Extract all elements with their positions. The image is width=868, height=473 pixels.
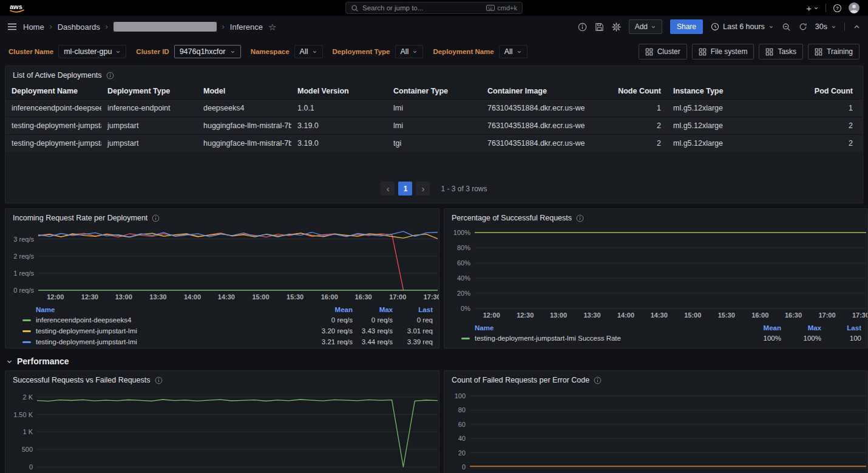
svg-text:3 req/s: 3 req/s bbox=[13, 236, 34, 243]
keyboard-icon bbox=[486, 5, 495, 11]
legend-row[interactable]: testing-deployment-jumpstart-lmi3.20 req… bbox=[12, 325, 433, 336]
time-series-chart[interactable]: 100806040200 bbox=[444, 388, 867, 469]
column-header[interactable]: Deployment Type bbox=[101, 83, 197, 100]
performance-section-toggle[interactable]: Performance bbox=[0, 349, 868, 370]
table-cell: testing-deployment-jumpsta bbox=[5, 117, 101, 135]
search-input[interactable] bbox=[362, 4, 483, 12]
svg-text:40%: 40% bbox=[457, 274, 470, 282]
prev-page-button[interactable]: ‹ bbox=[381, 182, 395, 196]
table-row[interactable]: inferenceendpoint-deepseekinference-endp… bbox=[5, 100, 863, 117]
filter-cluster-name: Cluster Nameml-cluster-gpu bbox=[8, 45, 126, 58]
dashboard-info-button[interactable] bbox=[578, 22, 587, 32]
column-header[interactable]: Node Count bbox=[609, 83, 667, 100]
filter-value-dropdown[interactable]: All bbox=[499, 45, 527, 58]
column-header[interactable]: Model Version bbox=[291, 83, 387, 100]
svg-text:16:00: 16:00 bbox=[751, 311, 768, 319]
chevron-down-icon bbox=[517, 49, 522, 55]
filter-value-dropdown[interactable]: All bbox=[294, 45, 323, 58]
filter-value-dropdown[interactable]: 9476q1hxcfor bbox=[174, 45, 241, 58]
quick-link-cluster[interactable]: Cluster bbox=[639, 44, 687, 60]
column-header[interactable]: Instance Type bbox=[667, 83, 764, 100]
svg-text:12:30: 12:30 bbox=[517, 311, 534, 319]
user-avatar[interactable] bbox=[849, 2, 860, 13]
panel-info-icon[interactable] bbox=[594, 376, 602, 384]
column-header[interactable]: Container Image bbox=[481, 83, 609, 100]
table-cell: lmi bbox=[387, 100, 481, 117]
filter-value-dropdown[interactable]: All bbox=[395, 45, 424, 58]
table-cell: 1.0.1 bbox=[291, 100, 387, 117]
zoom-out-button[interactable] bbox=[782, 22, 791, 32]
filter-label: Cluster Name bbox=[8, 48, 53, 55]
panel-info-icon[interactable] bbox=[155, 376, 163, 384]
filter-value-dropdown[interactable]: ml-cluster-gpu bbox=[58, 45, 126, 58]
breadcrumb-current: Inference bbox=[230, 22, 263, 32]
svg-text:1 K: 1 K bbox=[22, 428, 33, 435]
quick-link-training[interactable]: Training bbox=[808, 44, 860, 60]
column-header[interactable]: Deployment Name bbox=[5, 83, 101, 100]
add-panel-button[interactable]: Add bbox=[629, 19, 662, 34]
dashboard-settings-button[interactable] bbox=[612, 22, 621, 32]
filters-group: Cluster Nameml-cluster-gpuCluster ID9476… bbox=[8, 45, 527, 58]
global-search[interactable]: cmd+k bbox=[345, 2, 523, 14]
column-header[interactable]: Container Type bbox=[387, 83, 481, 100]
table-cell: ml.g5.12xlarge bbox=[667, 100, 764, 117]
table-cell: 2 bbox=[764, 135, 863, 152]
table-cell: 763104351884.dkr.ecr.us-we bbox=[481, 117, 609, 135]
legend-row[interactable]: testing-deployment-jumpstart-lmi3.21 req… bbox=[12, 336, 433, 347]
breadcrumb-dashboards[interactable]: Dashboards bbox=[58, 22, 100, 32]
table-row[interactable]: testing-deployment-jumpstajumpstarthuggi… bbox=[5, 135, 863, 152]
column-header[interactable]: Model bbox=[197, 83, 291, 100]
next-page-button[interactable]: › bbox=[416, 182, 430, 196]
svg-text:100%: 100% bbox=[453, 229, 470, 236]
time-series-chart[interactable]: 2 K1.50 K1 K5000 bbox=[5, 388, 439, 469]
legend-header: NameMeanMaxLast bbox=[12, 304, 433, 315]
svg-text:aws: aws bbox=[10, 3, 22, 10]
series-color-swatch bbox=[22, 341, 31, 343]
aws-logo[interactable]: aws bbox=[8, 2, 28, 14]
column-header[interactable]: Pod Count bbox=[764, 83, 863, 100]
share-button[interactable]: Share bbox=[670, 19, 703, 34]
breadcrumb-home[interactable]: Home bbox=[23, 22, 44, 32]
refresh-icon bbox=[799, 22, 807, 31]
svg-text:14:00: 14:00 bbox=[617, 311, 634, 319]
quick-link-tasks[interactable]: Tasks bbox=[759, 44, 803, 60]
time-series-chart[interactable]: 3 req/s2 req/s1 req/s0 req/s12:0012:3013… bbox=[5, 226, 439, 302]
divider bbox=[826, 4, 826, 12]
svg-text:500: 500 bbox=[22, 446, 33, 453]
svg-text:12:00: 12:00 bbox=[483, 311, 500, 319]
legend-row[interactable]: inferenceendpoint-deepseeks40 req/s0 req… bbox=[12, 315, 433, 325]
panel-info-icon[interactable] bbox=[576, 214, 584, 222]
table-cell: 3.19.0 bbox=[291, 117, 387, 135]
refresh-interval-picker[interactable]: 30s bbox=[815, 22, 836, 31]
table-cell: testing-deployment-jumpsta bbox=[5, 135, 101, 152]
help-button[interactable]: ? bbox=[833, 4, 842, 13]
panel-info-icon[interactable] bbox=[106, 72, 114, 80]
svg-text:20%: 20% bbox=[457, 290, 470, 297]
table-row[interactable]: testing-deployment-jumpstajumpstarthuggi… bbox=[5, 117, 863, 135]
panel-title: Incoming Request Rate per Deployment bbox=[13, 214, 147, 222]
star-icon[interactable]: ☆ bbox=[268, 22, 276, 32]
redacted-breadcrumb-item[interactable] bbox=[114, 22, 217, 32]
table-cell: 763104351884.dkr.ecr.us-we bbox=[481, 135, 609, 152]
quick-link-file-system[interactable]: File system bbox=[692, 44, 754, 60]
table-cell: lmi bbox=[387, 117, 481, 135]
panel-title: Successful Requests vs Failed Requests bbox=[13, 376, 151, 384]
refresh-button[interactable] bbox=[799, 22, 807, 31]
collapse-toolbar-button[interactable] bbox=[853, 23, 861, 31]
svg-text:13:30: 13:30 bbox=[149, 293, 166, 301]
help-icon: ? bbox=[833, 4, 842, 13]
time-range-picker[interactable]: Last 6 hours bbox=[711, 22, 774, 31]
svg-text:40: 40 bbox=[458, 435, 466, 442]
breadcrumb-separator: › bbox=[50, 22, 52, 31]
time-series-chart[interactable]: 100%80%60%40%20%0%12:0012:3013:0013:3014… bbox=[444, 226, 867, 321]
menu-icon[interactable] bbox=[7, 22, 17, 32]
panel-info-icon[interactable] bbox=[152, 214, 160, 222]
legend-row[interactable]: testing-deployment-jumpstart-lmi Success… bbox=[450, 333, 861, 344]
svg-text:17:00: 17:00 bbox=[389, 293, 406, 301]
save-dashboard-button[interactable] bbox=[595, 22, 604, 32]
grid-apps-icon bbox=[699, 48, 707, 56]
info-circle-icon bbox=[578, 22, 587, 32]
create-new-button[interactable]: + bbox=[806, 4, 819, 13]
filter-label: Cluster ID bbox=[136, 48, 169, 55]
page-number-button[interactable]: 1 bbox=[398, 182, 412, 196]
